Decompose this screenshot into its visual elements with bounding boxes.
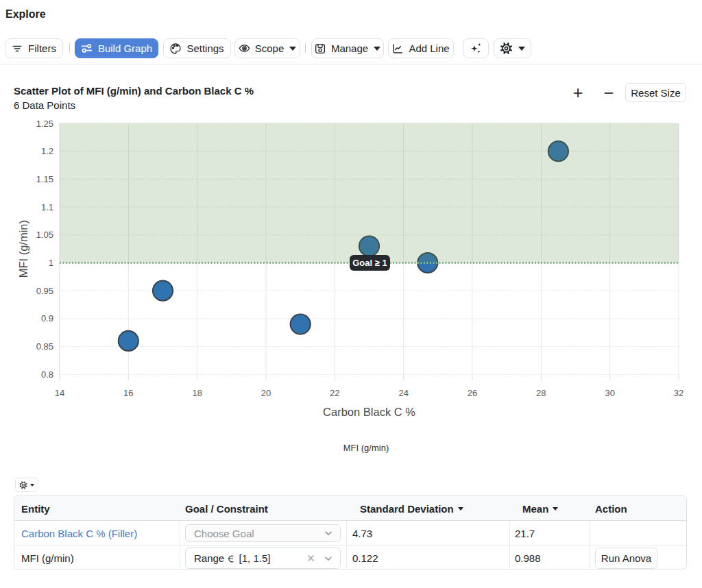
svg-text:MFI (g/min): MFI (g/min) (18, 220, 30, 278)
svg-text:0.8: 0.8 (41, 369, 53, 380)
svg-text:28: 28 (536, 388, 546, 398)
svg-text:14: 14 (55, 388, 64, 398)
svg-text:1.2: 1.2 (41, 146, 53, 156)
svg-text:16: 16 (123, 388, 133, 398)
svg-text:1.05: 1.05 (36, 230, 53, 240)
svg-text:0.95: 0.95 (36, 286, 53, 296)
svg-text:1.1: 1.1 (41, 202, 53, 212)
svg-text:18: 18 (192, 388, 202, 398)
svg-text:0.85: 0.85 (36, 341, 53, 352)
svg-text:24: 24 (398, 388, 408, 398)
svg-text:22: 22 (330, 388, 339, 398)
svg-text:0.9: 0.9 (41, 313, 53, 323)
svg-text:1.25: 1.25 (36, 119, 53, 129)
svg-text:Carbon Black C %: Carbon Black C % (323, 406, 415, 418)
svg-text:26: 26 (468, 388, 477, 398)
svg-text:1.15: 1.15 (36, 174, 53, 184)
svg-text:1: 1 (49, 258, 53, 268)
svg-text:30: 30 (605, 388, 614, 398)
svg-text:20: 20 (261, 388, 271, 398)
svg-text:32: 32 (674, 388, 683, 398)
